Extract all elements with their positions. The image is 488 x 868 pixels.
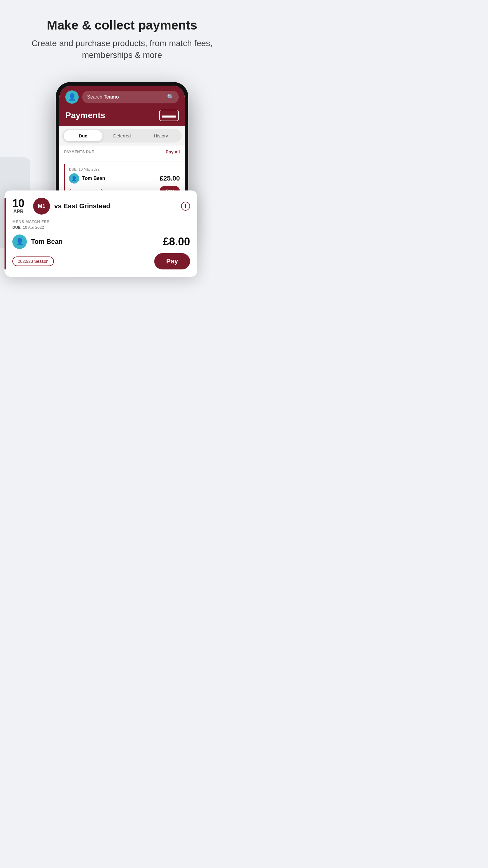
match-day: 10 [12,198,24,209]
brand-name: Teamo [104,94,119,99]
person-avatar-big: 👤 [12,235,27,249]
person-left-big: 👤 Tom Bean [12,235,63,249]
header-section: Make & collect payments Create and purch… [0,18,244,73]
tab-due[interactable]: Due [64,130,102,141]
pay-button[interactable]: Pay [154,253,190,270]
search-icon: 🔍 [167,94,174,100]
tab-history[interactable]: History [141,130,181,141]
search-bar[interactable]: Search Teamo 🔍 [82,91,178,103]
match-title: vs East Grinstead [54,202,177,210]
user-avatar[interactable]: 👤 [65,90,78,104]
tab-deferred[interactable]: Deferred [102,130,141,141]
phone-scene: 👤 Search Teamo 🔍 Payments ▬▬ [0,73,244,435]
person-name-big: Tom Bean [31,238,63,246]
header-row: 👤 Search Teamo 🔍 [65,90,178,104]
payment-2-avatar: 👤 [69,173,79,184]
payment-2-person-row: 👤 Tom Bean £25.00 [69,173,180,184]
app-header: 👤 Search Teamo 🔍 Payments ▬▬ [59,86,185,126]
payments-due-section: PAYMENTS DUE Pay all [59,146,185,161]
match-date: 10 APR [12,198,24,214]
tabs-container: Due Deferred History [59,126,185,146]
payments-title: Payments [65,111,105,120]
card-content: 10 APR M1 vs East Grinstead i MENS MATCH… [12,198,190,270]
payments-due-label: PAYMENTS DUE [64,150,94,154]
card-left-bar [4,198,6,270]
search-label: Search Teamo [87,94,119,100]
tabs-bar: Due Deferred History [62,129,182,143]
card-date-match-row: 10 APR M1 vs East Grinstead i [12,198,190,215]
page-title: Make & collect payments [12,18,232,33]
due-date-2: 10 May 2022 [78,167,99,172]
match-info-button[interactable]: i [181,202,190,211]
season-tag: 2022/23 Season [12,256,54,266]
person-pay-row: 👤 Tom Bean £8.00 [12,235,190,249]
payments-header-row: Payments ▬▬ [65,107,178,126]
fee-label: MENS MATCH FEE [12,219,190,224]
match-month: APR [12,209,24,214]
due-val: 10 Apr 2022 [23,225,44,230]
section-header: PAYMENTS DUE Pay all [64,149,180,154]
user-icon: 👤 [68,93,76,101]
card-icon[interactable]: ▬▬ [159,110,178,121]
page-wrapper: Make & collect payments Create and purch… [0,0,244,435]
page-subtitle: Create and purchase products, from match… [12,37,232,61]
match-team-avatar: M1 [33,198,50,215]
payment-2-amount: £25.00 [160,175,180,182]
payment-2-due: DUE: 10 May 2022 [69,167,180,172]
fee-due: DUE: 10 Apr 2022 [12,225,190,230]
floating-payment-card: 10 APR M1 vs East Grinstead i MENS MATCH… [4,190,197,277]
payment-2-name: Tom Bean [82,176,105,181]
payment-amount: £8.00 [163,236,190,248]
pay-all-button[interactable]: Pay all [165,149,180,154]
card-bottom-row: 2022/23 Season Pay [12,253,190,270]
due-label-2: DUE [69,167,76,172]
due-key: DUE [12,225,21,230]
payment-2-person-left: 👤 Tom Bean [69,173,105,184]
divider-vertical [29,198,29,214]
